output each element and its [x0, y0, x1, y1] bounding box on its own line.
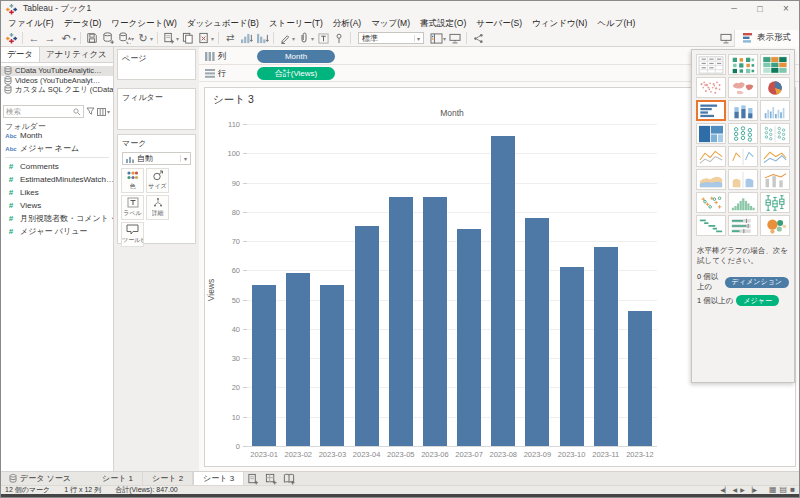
swap-axes-icon[interactable]: ⇄: [222, 31, 238, 46]
showme-filled-map[interactable]: [728, 77, 758, 98]
showme-symbol-map[interactable]: [696, 77, 726, 98]
show-tabs-icon[interactable]: ▦: [769, 486, 777, 494]
data-source-item[interactable]: Videos (YouTubeAnalyt…: [1, 76, 113, 86]
search-input[interactable]: [6, 107, 71, 116]
forward-arrow-icon[interactable]: →: [42, 31, 58, 46]
shelf-pill[interactable]: Month: [257, 50, 335, 63]
new-story-icon[interactable]: [280, 472, 298, 485]
dropdown-arrow-icon[interactable]: ▾: [150, 35, 153, 42]
showme-horizontal-bars[interactable]: [696, 100, 726, 121]
filter-funnel-icon[interactable]: [86, 107, 95, 116]
showme-continuous-lines[interactable]: [696, 146, 726, 167]
highlight-pen-icon[interactable]: [277, 31, 293, 46]
tab-analytics[interactable]: アナリティクス: [40, 47, 113, 62]
tab-data[interactable]: データ: [1, 47, 40, 62]
showme-histogram[interactable]: [728, 192, 758, 213]
field-item[interactable]: #Views: [1, 199, 113, 212]
showme-bullet-graph[interactable]: [728, 215, 758, 236]
sheet-tab[interactable]: シート 2: [143, 472, 193, 485]
showme-stacked-bars[interactable]: [728, 100, 758, 121]
show-me-button[interactable]: 表示形式: [734, 30, 799, 47]
clear-sheet-icon[interactable]: [196, 31, 212, 46]
field-item[interactable]: #Comments: [1, 160, 113, 173]
presentation-mode-icon[interactable]: [718, 31, 734, 46]
menu-item[interactable]: ヘルプ(H): [592, 17, 640, 30]
bar-mark[interactable]: [389, 197, 413, 446]
menu-item[interactable]: ストーリー(T): [264, 17, 328, 30]
menu-item[interactable]: ワークシート(W): [106, 17, 181, 30]
showme-dual-combination[interactable]: [760, 169, 790, 190]
menu-item[interactable]: ダッシュボード(B): [182, 17, 264, 30]
sort-ascending-icon[interactable]: [238, 31, 254, 46]
minimize-button[interactable]: ─: [721, 1, 747, 17]
showme-gantt[interactable]: [696, 215, 726, 236]
bar-mark[interactable]: [252, 285, 276, 446]
filters-card[interactable]: フィルター: [117, 88, 196, 130]
showme-discrete-lines[interactable]: [728, 146, 758, 167]
showme-heat-map[interactable]: [728, 54, 758, 75]
showme-circle-views[interactable]: [728, 123, 758, 144]
marks-button-ツールヒ…[interactable]: ツールヒ…: [121, 222, 144, 247]
marks-button-色[interactable]: 色: [121, 168, 144, 193]
showme-highlight-table[interactable]: [760, 54, 790, 75]
data-source-tab[interactable]: データ ソース: [1, 472, 79, 485]
marks-button-詳細[interactable]: 詳細: [146, 195, 169, 220]
field-item[interactable]: AbcMonth: [1, 129, 113, 142]
view-options-icon[interactable]: [97, 108, 106, 116]
fit-dropdown[interactable]: 標準▾: [358, 32, 424, 44]
mark-type-dropdown[interactable]: 自動 ▾: [122, 152, 191, 165]
menu-item[interactable]: 分析(A): [328, 17, 366, 30]
presentation-mode-icon[interactable]: [447, 31, 463, 46]
showme-continuous-area[interactable]: [696, 169, 726, 190]
view-options-arrow-icon[interactable]: ▾: [107, 108, 110, 115]
showme-pie-chart[interactable]: [760, 77, 790, 98]
bar-mark[interactable]: [286, 273, 310, 446]
bar-mark[interactable]: [594, 247, 618, 446]
show-mark-labels-icon[interactable]: [315, 31, 331, 46]
showme-text-table[interactable]: [696, 54, 726, 75]
share-icon[interactable]: [470, 31, 486, 46]
pages-card[interactable]: ページ: [117, 49, 196, 80]
dropdown-arrow-icon[interactable]: ▾: [211, 35, 214, 42]
field-item[interactable]: #EstimatedMinutesWatch…: [1, 173, 113, 186]
field-item[interactable]: #メジャー バリュー: [1, 225, 113, 238]
refresh-data-source-icon[interactable]: [116, 31, 132, 46]
add-data-source-icon[interactable]: [100, 31, 116, 46]
show-hide-cards-icon[interactable]: [428, 31, 444, 46]
bar-mark[interactable]: [525, 218, 549, 446]
dropdown-arrow-icon[interactable]: ▾: [311, 35, 314, 42]
dropdown-arrow-icon[interactable]: ▾: [131, 35, 134, 42]
sheet-tab[interactable]: シート 1: [93, 472, 143, 485]
dropdown-arrow-icon[interactable]: ▾: [73, 35, 76, 42]
new-worksheet-icon[interactable]: [161, 31, 177, 46]
refresh-icon[interactable]: ↻: [135, 31, 151, 46]
tableau-logo[interactable]: [3, 31, 19, 46]
menu-item[interactable]: データ(D): [59, 17, 107, 30]
sheet-tab[interactable]: シート 3: [193, 472, 244, 485]
bar-mark[interactable]: [628, 311, 652, 446]
first-tab-icon[interactable]: ◀▏: [720, 487, 729, 493]
marks-button-サイズ[interactable]: サイズ: [146, 168, 169, 193]
close-button[interactable]: ×: [773, 1, 799, 17]
field-item[interactable]: #月別視聴者数・コメント・ライ…: [1, 212, 113, 225]
showme-box-and-whisker[interactable]: [760, 192, 790, 213]
data-source-item[interactable]: CData YouTubeAnalytic…: [1, 66, 113, 76]
bar-mark[interactable]: [560, 267, 584, 446]
back-arrow-icon[interactable]: ←: [26, 31, 42, 46]
next-tab-icon[interactable]: ▶: [740, 487, 745, 493]
last-tab-icon[interactable]: ▕▶: [748, 487, 757, 493]
duplicate-sheet-icon[interactable]: [180, 31, 196, 46]
showme-packed-bubbles[interactable]: [760, 215, 790, 236]
menu-item[interactable]: サーバー(S): [471, 17, 527, 30]
prev-tab-icon[interactable]: ◀: [733, 487, 738, 493]
save-icon[interactable]: [84, 31, 100, 46]
data-source-item[interactable]: カスタム SQL クエリ (CData): [1, 85, 113, 95]
new-dashboard-icon[interactable]: [262, 472, 280, 485]
showme-scatter-plot[interactable]: [696, 192, 726, 213]
new-worksheet-icon[interactable]: [244, 472, 262, 485]
showme-side-by-side-bars[interactable]: [760, 100, 790, 121]
sort-descending-icon[interactable]: [254, 31, 270, 46]
fix-axes-pin-icon[interactable]: [331, 31, 347, 46]
show-filmstrip-icon[interactable]: ▤: [780, 486, 788, 494]
showme-dual-lines[interactable]: [760, 146, 790, 167]
